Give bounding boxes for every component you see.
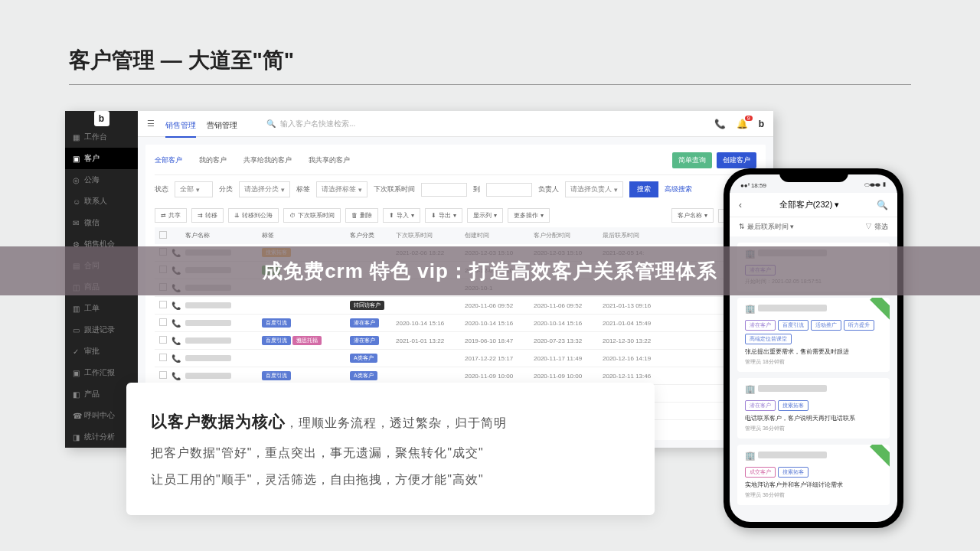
search-button[interactable]: 搜索 — [629, 181, 658, 197]
simple-query-button[interactable]: 简单查询 — [672, 152, 712, 168]
owner-label: 负责人 — [538, 184, 559, 194]
sidebar-logo[interactable]: b — [65, 111, 138, 126]
date-to-input[interactable] — [486, 183, 532, 197]
category: 潜在客户 — [350, 336, 396, 345]
row-checkbox[interactable] — [159, 318, 167, 326]
row-checkbox[interactable] — [159, 336, 167, 344]
card-desc: 电话联系客户，客户说明天再打电话联系 — [745, 414, 882, 422]
last-time: 2012-12-30 13:22 — [603, 337, 671, 344]
phone-sort[interactable]: ⇅ 最后联系时间 ▾ — [739, 222, 794, 232]
sidebar-label: 联系人 — [84, 196, 107, 207]
sidebar-label: 跟进记录 — [84, 324, 115, 335]
sidebar-label: 产品 — [84, 389, 100, 399]
company-icon: 🏢 — [745, 304, 882, 314]
back-icon[interactable]: ‹ — [739, 200, 742, 210]
search-icon[interactable]: 🔍 — [877, 200, 888, 210]
to-pool-button[interactable]: ⇊ 转移到公海 — [228, 208, 279, 223]
next-time: 2020-10-14 15:16 — [396, 320, 465, 327]
global-search[interactable]: 🔍 输入客户名快速检索... — [266, 119, 355, 129]
phone-icon[interactable]: 📞 — [172, 372, 185, 380]
created-time: 2020-11-06 09:52 — [465, 302, 534, 309]
tab-我共享的客户[interactable]: 我共享的客户 — [309, 156, 350, 164]
last-time: 2021-01-13 09:16 — [603, 302, 671, 309]
advanced-search-link[interactable]: 高级搜索 — [665, 184, 692, 194]
sidebar-item-联系人[interactable]: ☺联系人 — [65, 191, 138, 212]
category-select[interactable]: 请选择分类 ▾ — [239, 181, 290, 197]
export-button[interactable]: ⬇ 导出 ▾ — [425, 208, 462, 223]
sidebar-item-公海[interactable]: ◎公海 — [65, 169, 138, 191]
sidebar-item-客户[interactable]: ▣客户 — [65, 148, 138, 169]
tab-全部客户[interactable]: 全部客户 — [155, 156, 182, 164]
card-desc: 张总提出重要需求，售前需要及时跟进 — [745, 347, 882, 356]
chevron-down-icon: ▾ — [614, 186, 618, 194]
sidebar-label: 工单 — [84, 303, 100, 314]
transfer-button[interactable]: ⇉ 转移 — [191, 208, 224, 223]
table-row[interactable]: 📞 百度引流雅思托福 潜在客户 2021-01-01 13:22 2019-06… — [155, 332, 756, 350]
brand-icon[interactable]: b — [759, 119, 764, 129]
row-checkbox[interactable] — [159, 354, 167, 361]
tags: 百度引流 — [262, 371, 350, 380]
sidebar-item-工作台[interactable]: ▦工作台 — [65, 126, 138, 148]
date-from-input[interactable] — [421, 183, 467, 197]
assigned-time: 2020-07-23 13:32 — [534, 337, 603, 344]
sidebar-item-工单[interactable]: ▥工单 — [65, 298, 138, 319]
created-time: 2019-06-10 18:47 — [465, 337, 534, 344]
phone-card[interactable]: 🏢 潜在客户搜索拓客 电话联系客户，客户说明天再打电话联系 管理员 36分钟前 — [737, 378, 890, 439]
bell-icon[interactable]: 🔔9 — [737, 119, 748, 129]
phone-battery: ⬭⬬⬬ ▮ — [864, 181, 887, 189]
sidebar-item-微信[interactable]: ✉微信 — [65, 212, 138, 233]
table-row[interactable]: 📞 A类客户 2017-12-22 15:17 2020-11-17 11:49… — [155, 350, 756, 367]
table-row[interactable]: 📞 转回访客户 2020-11-06 09:52 2020-11-06 09:5… — [155, 297, 756, 315]
sidebar-item-审批[interactable]: ✓审批 — [65, 341, 138, 362]
more-button[interactable]: 更多操作 ▾ — [508, 208, 550, 223]
tag-select[interactable]: 请选择标签 ▾ — [316, 181, 368, 197]
import-button[interactable]: ⬆ 导入 ▾ — [383, 208, 420, 223]
customer-name — [185, 355, 231, 361]
owner-select[interactable]: 请选择负责人 ▾ — [565, 181, 623, 197]
lead-text: 以客户数据为核心 — [151, 412, 286, 430]
category: 转回访客户 — [350, 301, 396, 310]
sidebar-item-工作汇报[interactable]: ▣工作汇报 — [65, 362, 138, 383]
name-col-select[interactable]: 客户名称 ▾ — [671, 208, 714, 223]
tab-我的客户[interactable]: 我的客户 — [199, 156, 227, 164]
status-select[interactable]: 全部 ▾ — [175, 181, 213, 197]
top-nav-营销管理[interactable]: 营销管理 — [207, 114, 237, 136]
row-checkbox[interactable] — [159, 371, 167, 379]
display-button[interactable]: 显示列 ▾ — [467, 208, 503, 223]
table-row[interactable]: 📞 百度引流 潜在客户 2020-10-14 15:16 2020-10-14 … — [155, 315, 756, 332]
phone-icon[interactable]: 📞 — [714, 119, 726, 129]
phone-card[interactable]: 🏢 潜在客户百度引流活动推广听力提升高端定位普课堂 张总提出重要需求，售前需要及… — [737, 298, 890, 372]
sidebar-label: 微信 — [84, 217, 100, 228]
sidebar-label: 呼叫中心 — [84, 410, 115, 421]
sidebar-icon: ☎ — [73, 412, 80, 420]
phone-icon[interactable]: 📞 — [172, 337, 185, 345]
logo-icon: b — [94, 111, 109, 126]
phone-filter[interactable]: ▽ 筛选 — [865, 222, 888, 232]
row-checkbox[interactable] — [159, 301, 167, 308]
status-label: 状态 — [155, 184, 168, 194]
phone-icon[interactable]: 📞 — [172, 302, 185, 310]
phone-card[interactable]: 🏢 成交客户搜索拓客 实地拜访客户并和客户详细讨论需求 管理员 36分钟前 — [737, 445, 890, 505]
sidebar-item-跟进记录[interactable]: ▭跟进记录 — [65, 319, 138, 341]
phone-icon[interactable]: 📞 — [172, 319, 185, 328]
create-customer-button[interactable]: 创建客户 — [717, 152, 756, 168]
header-divider — [69, 84, 911, 85]
tab-共享给我的客户[interactable]: 共享给我的客户 — [243, 156, 292, 164]
hamburger-icon[interactable]: ☰ — [147, 119, 155, 129]
phone-icon[interactable]: 📞 — [172, 354, 185, 363]
top-nav-销售管理[interactable]: 销售管理 — [165, 114, 196, 138]
toolbar-row: ⇄ 共享 ⇉ 转移 ⇊ 转移到公海 ⏱ 下次联系时间 🗑 删除 ⬆ 导入 ▾ ⬇… — [155, 204, 756, 227]
select-all-checkbox[interactable] — [159, 231, 167, 239]
phone-filter-bar: ⇅ 最后联系时间 ▾ ▽ 筛选 — [730, 217, 897, 236]
next-time-button[interactable]: ⏱ 下次联系时间 — [283, 208, 341, 223]
delete-button[interactable]: 🗑 删除 — [345, 208, 378, 223]
assigned-time: 2020-11-06 09:52 — [534, 302, 603, 309]
share-button[interactable]: ⇄ 共享 — [155, 208, 187, 223]
sidebar-icon: ▦ — [73, 133, 80, 142]
created-time: 2017-12-22 15:17 — [465, 355, 534, 362]
assigned-time: 2020-11-17 11:49 — [534, 355, 603, 362]
sidebar-icon: ▥ — [73, 305, 80, 313]
category: A类客户 — [350, 354, 396, 363]
phone-mockup: ●●ᴵᴵ 18:59 ⬭⬬⬬ ▮ ‹ 全部客户(232) ▾ 🔍 ⇅ 最后联系时… — [724, 168, 903, 528]
sidebar-label: 客户 — [84, 153, 100, 164]
